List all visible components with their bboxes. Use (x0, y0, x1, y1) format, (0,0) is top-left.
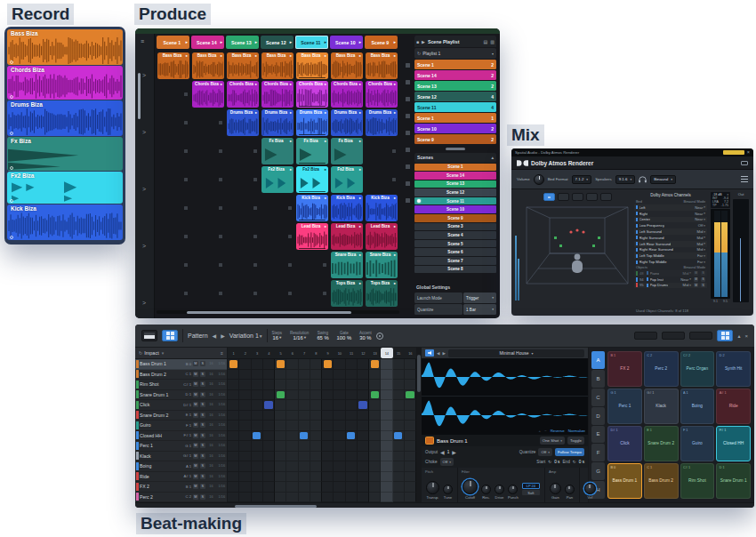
launch-clip-fx2-biza[interactable]: Fx2 Biza▸ (296, 166, 328, 193)
step-cell[interactable] (381, 390, 392, 401)
binaural-mode-select[interactable]: Mid▾ (697, 229, 705, 234)
scene-list-item-scene-7[interactable]: Scene 7 (414, 257, 496, 265)
step-cell[interactable] (310, 461, 322, 472)
mute-button[interactable]: M (694, 271, 698, 276)
normalize-button[interactable]: Normalize (568, 429, 585, 433)
step-cell[interactable] (405, 472, 416, 483)
step-cell[interactable] (346, 370, 358, 381)
step-cell[interactable] (393, 411, 405, 421)
pad-fx-2[interactable]: B 1FX 2 (607, 351, 642, 387)
step-cell[interactable] (275, 359, 286, 370)
scene-button-scene-13[interactable]: Scene 13▸ (226, 36, 259, 49)
binaural-mode-select[interactable]: Far▾ (697, 260, 705, 264)
step-cell[interactable] (369, 461, 381, 472)
step-cell[interactable] (358, 482, 369, 493)
step-cell[interactable] (252, 400, 263, 411)
step-cell[interactable] (299, 431, 310, 442)
step-cell[interactable] (252, 390, 263, 401)
solo-button[interactable]: S (200, 392, 206, 397)
step-cell[interactable] (393, 431, 405, 442)
scene-list-item-scene-4[interactable]: Scene 4 (414, 231, 496, 239)
launch-clip-chords-biza[interactable]: Chords Biza▸ (366, 81, 398, 108)
pad-perc-1[interactable]: G 1Perc 1 (607, 389, 642, 424)
knob-pan[interactable]: Pan (565, 485, 575, 500)
step-cell[interactable] (228, 400, 239, 411)
step-cell[interactable] (381, 482, 392, 493)
step-cell[interactable] (310, 482, 322, 493)
launch-clip-bass-biza[interactable]: Bass Biza▸ (366, 52, 398, 79)
step-cell[interactable] (263, 482, 275, 493)
step-cell[interactable] (263, 411, 275, 421)
step-cell[interactable] (322, 370, 334, 381)
channel-row-left-top-middle[interactable]: Left Top MiddleFar▾ (634, 252, 707, 259)
expand-track-icon[interactable]: > (142, 129, 146, 135)
view-button-1[interactable] (543, 193, 555, 201)
pad-bank-f[interactable]: F (591, 444, 605, 461)
step-cell[interactable] (299, 411, 310, 421)
active-step[interactable] (371, 391, 379, 399)
step-cell[interactable] (252, 431, 263, 442)
preview-button[interactable] (425, 349, 434, 357)
record-clip-fx2-biza[interactable]: Fx2 Biza (7, 172, 123, 204)
step-cell[interactable] (275, 461, 286, 472)
record-clip-fx-biza[interactable]: Fx Biza (7, 137, 123, 171)
knob-transp-[interactable]: Transp. (426, 481, 439, 500)
stop-all-row-button[interactable] (406, 131, 410, 135)
step-cell[interactable] (358, 493, 369, 503)
pad-bank-e[interactable]: E (591, 426, 605, 444)
active-step[interactable] (406, 391, 414, 399)
launch-clip-tops-biza[interactable]: Tops Biza▸ (366, 280, 398, 307)
soft-button[interactable]: Soft (522, 490, 540, 495)
step-cell[interactable] (310, 411, 322, 421)
step-cell[interactable] (405, 370, 416, 381)
zoom-out-icon[interactable]: − (544, 429, 547, 433)
step-cell[interactable] (381, 370, 392, 381)
clip-stop-button[interactable] (288, 206, 292, 210)
clip-stop-button[interactable] (253, 206, 257, 210)
display-icon[interactable] (741, 161, 748, 165)
step-cell[interactable] (263, 390, 275, 401)
active-step[interactable] (253, 432, 261, 440)
step-cell[interactable] (322, 441, 334, 452)
step-cell[interactable] (299, 421, 310, 431)
step-cell[interactable] (322, 452, 334, 462)
step-cell[interactable] (334, 472, 345, 483)
step-cell[interactable] (393, 452, 405, 462)
step-cell[interactable] (239, 359, 251, 370)
step-cell[interactable] (346, 400, 358, 411)
active-step[interactable] (324, 360, 332, 368)
step-cell[interactable] (393, 493, 405, 503)
knob-cutoff[interactable]: Cutoff (462, 479, 478, 500)
close-icon[interactable]: × (747, 150, 750, 156)
step-cell[interactable] (239, 482, 251, 493)
step-cell[interactable] (228, 493, 239, 503)
active-step[interactable] (277, 391, 285, 399)
solo-button[interactable]: S (200, 494, 206, 500)
launch-clip-fx-biza[interactable]: Fx Biza▸ (261, 138, 294, 164)
step-cell[interactable] (334, 431, 345, 442)
step-cell[interactable] (228, 421, 239, 431)
step-cell[interactable] (263, 359, 275, 370)
close-icon[interactable]: × (744, 333, 748, 339)
step-cell[interactable] (381, 411, 392, 421)
object-row-pop-inst[interactable]: 94Pop InstNear▾MS (634, 277, 707, 283)
knob-dial[interactable] (508, 485, 518, 494)
piano-view-button[interactable] (141, 330, 157, 341)
step-cell[interactable] (310, 472, 322, 483)
active-step[interactable] (371, 360, 379, 368)
delete-icon[interactable]: ▥ (490, 39, 495, 44)
knob-dial[interactable] (495, 485, 504, 494)
scene-button-scene-9[interactable]: Scene 9▸ (365, 36, 398, 49)
knob-res-[interactable]: Res. (481, 485, 491, 500)
step-cell[interactable] (252, 359, 263, 370)
clip-stop-button[interactable] (323, 292, 326, 295)
step-cell[interactable] (381, 359, 392, 370)
step-cell[interactable] (299, 370, 310, 381)
binaural-mode-select[interactable]: Near▾ (695, 217, 705, 221)
clip-stop-button[interactable] (184, 292, 188, 295)
menu-icon[interactable]: ≡ (141, 38, 144, 44)
mute-button[interactable]: M (193, 381, 199, 387)
step-cell[interactable] (346, 411, 358, 421)
launch-clip-drums-biza[interactable]: Drums Biza▸ (366, 109, 398, 136)
clip-stop-button[interactable] (219, 263, 222, 267)
